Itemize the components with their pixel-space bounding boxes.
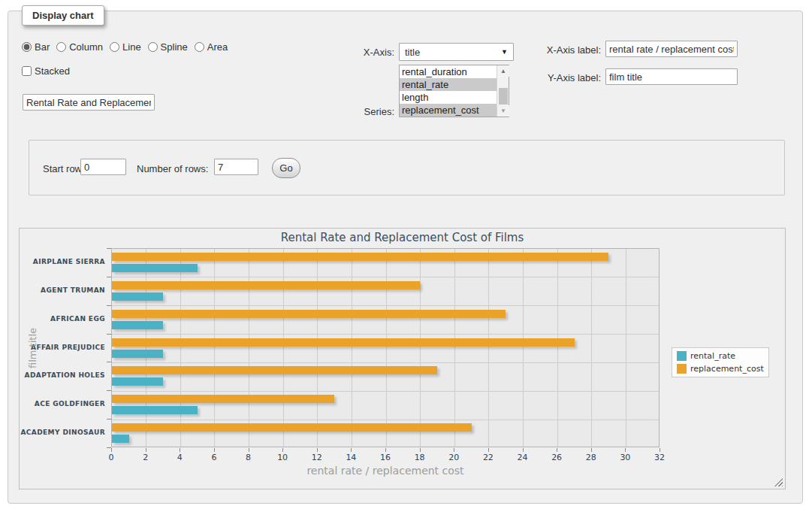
series-option-length[interactable]: length [400,91,497,104]
x-tick-label: 16 [374,453,397,462]
rental_rate-bar [112,350,163,358]
series-listbox[interactable]: rental_durationrental_ratelengthreplacem… [399,65,509,117]
legend-item: replacement_cost [677,364,764,374]
gridline-vertical [214,249,215,447]
x-tick-label: 24 [512,453,534,462]
x-tick-label: 18 [409,453,431,462]
x-axis-tick [454,448,454,452]
chart-type-option-spline[interactable]: Spline [148,41,188,53]
gridline-vertical [557,249,558,447]
gridline-vertical [352,249,352,447]
gridline-vertical [146,249,146,447]
gridline-horizontal [112,362,659,363]
scroll-up-icon[interactable]: ▲ [497,65,509,77]
x-axis-tick [351,448,352,452]
y-axis-tick [107,248,111,249]
legend-swatch-rental_rate [677,351,687,361]
x-axis-field-label: X-Axis: [342,47,394,58]
y-axis-label-field-label: Y-Axis label: [526,72,601,83]
chart-type-radio-area[interactable] [195,42,204,52]
start-row-label: Start row: [43,163,85,174]
rental_rate-bar [112,435,129,443]
x-axis-tick [523,448,524,452]
series-scrollbar[interactable]: ▲ ▼ [497,65,509,117]
chart-type-label: Column [69,41,103,53]
y-axis-tick [107,334,111,335]
gridline-vertical [386,249,387,447]
y-axis-title: film title [27,306,38,390]
category-label: ACE GOLDFINGER [20,400,105,408]
x-tick-label: 0 [100,453,122,462]
x-axis-tick [420,448,421,452]
y-axis-tick [107,390,111,391]
chart-type-radio-bar[interactable] [22,42,32,52]
go-button[interactable]: Go [272,158,300,178]
chart-type-radio-spline[interactable] [148,42,158,52]
y-axis-tick [107,305,111,306]
x-tick-label: 28 [580,453,602,462]
x-tick-label: 22 [477,453,500,462]
series-field-label: Series: [342,106,394,117]
gridline-horizontal [112,277,659,277]
series-option-rental_duration[interactable]: rental_duration [400,65,497,78]
chart-type-label: Line [122,41,141,53]
chart-type-radio-column[interactable] [56,42,66,52]
series-option-replacement_cost[interactable]: replacement_cost [400,104,497,117]
x-axis-select[interactable]: title ▼ [399,43,514,61]
legend-item: rental_rate [677,351,764,361]
x-tick-label: 30 [614,453,636,462]
stacked-checkbox[interactable] [22,66,32,76]
rental_rate-bar [112,321,163,329]
chart: Rental Rate and Replacement Cost of Film… [19,228,786,489]
x-axis-tick [385,448,386,452]
y-axis-label-input[interactable] [605,68,738,85]
gridline-vertical [523,249,524,447]
replacement_cost-bar [112,366,437,374]
chart-type-option-bar[interactable]: Bar [22,41,50,53]
stacked-option[interactable]: Stacked [22,65,70,77]
chart-type-option-area[interactable]: Area [195,41,228,53]
x-tick-label: 14 [340,453,362,462]
gridline-horizontal [112,334,659,335]
legend-label: rental_rate [690,351,735,361]
gridline-vertical [180,249,181,447]
series-option-rental_rate[interactable]: rental_rate [400,78,497,91]
x-tick-label: 4 [168,453,191,462]
rental_rate-bar [112,264,198,272]
x-tick-label: 2 [134,453,157,462]
y-axis-tick [107,419,111,420]
x-axis-tick [625,448,626,452]
gridline-vertical [488,249,489,447]
number-of-rows-label: Number of rows: [137,163,208,174]
chart-type-option-column[interactable]: Column [56,41,103,53]
y-axis-tick [107,362,111,362]
x-tick-label: 6 [203,453,225,462]
x-axis-tick [282,448,283,452]
x-tick-label: 26 [545,453,568,462]
chart-type-radio-group: BarColumnLineSplineArea [22,41,234,53]
gridline-vertical [317,249,318,447]
x-tick-label: 12 [306,453,328,462]
series-options: rental_durationrental_ratelengthreplacem… [400,65,497,117]
chart-type-option-line[interactable]: Line [110,41,141,53]
scroll-down-icon[interactable]: ▼ [497,105,509,117]
x-axis-tick [249,448,249,452]
start-row-input[interactable] [80,159,126,175]
number-of-rows-input[interactable] [214,159,258,175]
category-label: ACADEMY DINOSAUR [20,429,105,437]
x-axis-tick [180,448,180,452]
gridline-vertical [591,249,592,447]
rental_rate-bar [112,377,163,386]
scrollbar-thumb[interactable] [499,88,508,105]
stacked-label: Stacked [35,65,70,77]
resize-grip[interactable] [774,478,783,486]
chart-title-input[interactable] [23,94,155,111]
chart-type-radio-line[interactable] [110,42,119,52]
x-tick-label: 10 [271,453,294,462]
chart-type-label: Spline [161,41,188,53]
x-axis-label-input[interactable] [605,41,738,57]
x-axis-selected-value: title [405,47,420,58]
gridline-horizontal [112,391,659,392]
chart-type-label: Bar [35,41,50,53]
page: Display chart BarColumnLineSplineArea St… [0,0,812,512]
